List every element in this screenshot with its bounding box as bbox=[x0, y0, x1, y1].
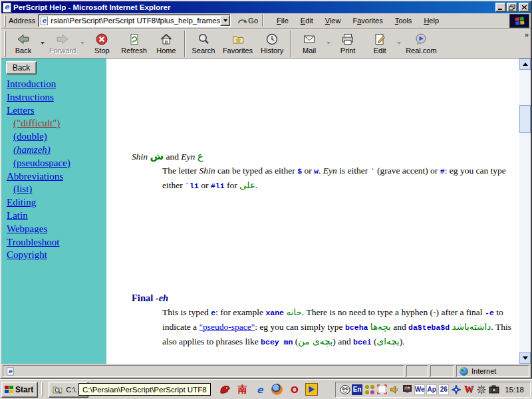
favorites-button[interactable]: Favorites bbox=[219, 29, 256, 57]
section-body: This is typed e: for example xane خانه. … bbox=[162, 305, 512, 349]
taskbar-grip[interactable] bbox=[41, 382, 43, 396]
menu-help[interactable]: Help bbox=[418, 15, 445, 26]
text-run: -eh bbox=[156, 293, 168, 303]
status-bar: Internet bbox=[1, 364, 531, 378]
back-button[interactable]: Back bbox=[7, 29, 39, 57]
refresh-button[interactable]: Refresh bbox=[118, 29, 150, 57]
menu-tools[interactable]: Tools bbox=[389, 15, 418, 26]
nav-link-pseudospace[interactable]: (pseudospace) bbox=[13, 157, 70, 170]
nav-link-instructions[interactable]: Instructions bbox=[7, 91, 70, 104]
tray-month-indicator[interactable]: Ap bbox=[426, 384, 437, 395]
mail-button[interactable]: Mail bbox=[293, 29, 325, 57]
go-button[interactable]: Go bbox=[235, 15, 260, 26]
edit-button[interactable]: Edit bbox=[364, 29, 396, 57]
firefox-icon[interactable] bbox=[271, 383, 283, 396]
color-dots-icon[interactable] bbox=[364, 384, 375, 395]
nav-link-letters[interactable]: Letters bbox=[7, 104, 70, 118]
toolbar-grip[interactable] bbox=[4, 31, 6, 57]
nav-link-difficult[interactable]: ("difficult") bbox=[13, 117, 70, 130]
title-bar[interactable]: PerScript Help - Microsoft Internet Expl… bbox=[1, 1, 531, 13]
stop-button[interactable]: Stop bbox=[86, 29, 118, 57]
text-run: -e bbox=[485, 309, 494, 317]
toolbar-grip[interactable] bbox=[4, 15, 6, 27]
menu-view[interactable]: View bbox=[319, 15, 347, 26]
capture-frame-icon[interactable] bbox=[376, 384, 388, 395]
forward-dropdown[interactable] bbox=[79, 29, 86, 57]
minimize-button[interactable] bbox=[495, 3, 506, 12]
start-button[interactable]: Start bbox=[1, 382, 38, 398]
nav-link-troubleshoot[interactable]: Troubleshoot bbox=[7, 236, 70, 249]
gear-icon[interactable] bbox=[475, 384, 487, 395]
search-button[interactable]: Search bbox=[188, 29, 219, 57]
display-settings-icon[interactable] bbox=[402, 384, 413, 395]
compass-icon[interactable] bbox=[450, 384, 462, 395]
text-run: خانه bbox=[286, 307, 301, 317]
scrollbar-thumb[interactable] bbox=[519, 105, 531, 133]
vertical-scrollbar[interactable] bbox=[519, 59, 531, 364]
nav-link-abbreviations[interactable]: Abbreviations bbox=[7, 170, 70, 184]
nav-link-latin[interactable]: Latin bbox=[7, 209, 70, 223]
toolbar-overflow-chevron[interactable]: » bbox=[525, 31, 529, 39]
forward-button[interactable]: Forward bbox=[46, 29, 79, 57]
history-button[interactable]: History bbox=[256, 29, 288, 57]
text-run: : for example bbox=[215, 307, 265, 317]
face-icon[interactable] bbox=[339, 384, 350, 395]
realcom-icon bbox=[414, 33, 428, 46]
home-button[interactable]: Home bbox=[150, 29, 182, 57]
scroll-down-button[interactable] bbox=[519, 352, 531, 364]
tray-date-indicator[interactable]: 26 bbox=[438, 384, 449, 395]
edit-dropdown[interactable] bbox=[396, 29, 402, 57]
back-dropdown[interactable] bbox=[39, 29, 46, 57]
realcom-button[interactable]: Real.com bbox=[402, 29, 440, 57]
text-run: w bbox=[314, 167, 319, 176]
nav-link-editing[interactable]: Editing bbox=[7, 196, 70, 209]
menu-favorites[interactable]: Favorites bbox=[346, 15, 388, 26]
nav-link-webpages[interactable]: Webpages bbox=[7, 223, 70, 236]
text-run: ع bbox=[198, 150, 203, 162]
address-menu-bar: Address rsian\PerScript\PerScript UTF8\f… bbox=[1, 13, 531, 29]
tray-day-indicator[interactable]: We bbox=[414, 384, 425, 395]
scroll-up-button[interactable] bbox=[519, 59, 531, 70]
volume-icon[interactable] bbox=[389, 384, 400, 395]
tray-clock[interactable]: 15:18 bbox=[501, 386, 527, 394]
address-value[interactable]: rsian\PerScript\PerScript UTF8\fplus_hel… bbox=[49, 17, 220, 25]
menu-file[interactable]: File bbox=[271, 15, 295, 26]
text-run: bcey mn bbox=[261, 338, 293, 346]
nav-link-list[interactable]: (list) bbox=[13, 183, 70, 196]
print-button[interactable]: Print bbox=[332, 29, 364, 57]
mail-dropdown[interactable] bbox=[325, 29, 332, 57]
nav-link-copyright[interactable]: Copyright bbox=[7, 249, 70, 262]
njstar-icon[interactable]: 南 bbox=[236, 383, 249, 396]
menu-edit[interactable]: Edit bbox=[295, 15, 319, 26]
text-run: بچه‌ای bbox=[377, 336, 400, 346]
go-label: Go bbox=[248, 17, 258, 25]
camera-icon[interactable] bbox=[488, 384, 499, 395]
restore-button[interactable] bbox=[507, 3, 517, 12]
internet-explorer-icon[interactable]: e bbox=[253, 383, 266, 396]
nav-frame: Back Introduction Instructions Letters (… bbox=[1, 59, 106, 364]
status-pane-main bbox=[3, 365, 404, 377]
address-dropdown-button[interactable] bbox=[220, 15, 230, 26]
pseudo-space-link[interactable]: "pseudo-space" bbox=[199, 322, 255, 332]
nav-link-introduction[interactable]: Introduction bbox=[7, 78, 70, 91]
address-input[interactable]: rsian\PerScript\PerScript UTF8\fplus_hel… bbox=[38, 14, 231, 27]
nav-link-double[interactable]: (double) bbox=[13, 130, 70, 144]
text-run: and bbox=[391, 322, 408, 332]
dragon-icon[interactable] bbox=[219, 383, 231, 396]
media-play-icon[interactable] bbox=[305, 383, 318, 396]
address-label: Address bbox=[9, 17, 35, 25]
back-arrow-icon bbox=[16, 33, 31, 46]
text-run: xane bbox=[265, 309, 284, 317]
language-indicator[interactable]: En bbox=[352, 384, 362, 395]
firewall-w-icon[interactable]: W bbox=[463, 384, 474, 395]
close-button[interactable] bbox=[519, 3, 529, 12]
section-heading: Final -eh bbox=[132, 291, 513, 305]
frame-back-button[interactable]: Back bbox=[6, 61, 37, 74]
opera-icon[interactable]: O bbox=[288, 383, 301, 396]
text-run: da$teba$d bbox=[408, 323, 450, 332]
text-run: ). bbox=[400, 336, 405, 346]
system-tray: En We Ap 26 W 15:18 bbox=[335, 382, 531, 398]
text-run: : eg you can simply type bbox=[255, 322, 345, 332]
text-run: ` bbox=[370, 167, 375, 176]
nav-link-hamzeh[interactable]: (hamzeh) bbox=[13, 144, 70, 157]
